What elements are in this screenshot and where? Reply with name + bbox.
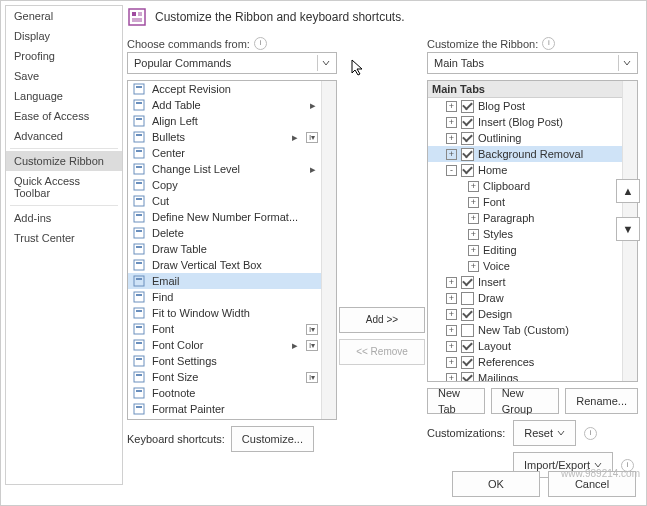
tree-node[interactable]: +Paragraph — [428, 210, 623, 226]
command-item[interactable]: Grow Font — [128, 417, 322, 419]
sidebar-item-save[interactable]: Save — [6, 66, 122, 86]
tree-node[interactable]: +Draw — [428, 290, 623, 306]
command-item[interactable]: Bullets▸I▾ — [128, 129, 322, 145]
customize-ribbon-dropdown[interactable]: Main Tabs — [427, 52, 638, 74]
command-item[interactable]: Copy — [128, 177, 322, 193]
checkbox[interactable] — [461, 324, 474, 337]
tree-node[interactable]: +Outlining — [428, 130, 623, 146]
tree-node[interactable]: +Styles — [428, 226, 623, 242]
help-icon[interactable]: i — [621, 459, 634, 472]
command-item[interactable]: Define New Number Format... — [128, 209, 322, 225]
new-tab-button[interactable]: New Tab — [427, 388, 485, 414]
checkbox[interactable] — [461, 116, 474, 129]
ribbon-tree[interactable]: Main Tabs +Blog Post+Insert (Blog Post)+… — [427, 80, 638, 382]
sidebar-item-proofing[interactable]: Proofing — [6, 46, 122, 66]
tree-node[interactable]: +Layout — [428, 338, 623, 354]
command-item[interactable]: FontI▾ — [128, 321, 322, 337]
sidebar-item-add-ins[interactable]: Add-ins — [6, 208, 122, 228]
tree-node[interactable]: +Font — [428, 194, 623, 210]
command-item[interactable]: Align Left — [128, 113, 322, 129]
expand-icon[interactable]: + — [468, 229, 479, 240]
command-item[interactable]: Delete — [128, 225, 322, 241]
expand-icon[interactable]: + — [446, 373, 457, 382]
command-item[interactable]: Fit to Window Width — [128, 305, 322, 321]
sidebar-item-general[interactable]: General — [6, 6, 122, 26]
rename-button[interactable]: Rename... — [565, 388, 638, 414]
command-item[interactable]: Email — [128, 273, 322, 289]
expand-icon[interactable]: + — [446, 101, 457, 112]
command-item[interactable]: Font Color▸I▾ — [128, 337, 322, 353]
checkbox[interactable] — [461, 372, 474, 382]
command-item[interactable]: Draw Table — [128, 241, 322, 257]
new-group-button[interactable]: New Group — [491, 388, 560, 414]
checkbox[interactable] — [461, 292, 474, 305]
sidebar-item-trust-center[interactable]: Trust Center — [6, 228, 122, 248]
expand-icon[interactable]: + — [446, 133, 457, 144]
expand-icon[interactable]: + — [468, 213, 479, 224]
tree-node[interactable]: +Clipboard — [428, 178, 623, 194]
checkbox[interactable] — [461, 276, 474, 289]
command-item[interactable]: Footnote — [128, 385, 322, 401]
help-icon[interactable]: i — [254, 37, 267, 50]
sidebar-item-ease-of-access[interactable]: Ease of Access — [6, 106, 122, 126]
expand-icon[interactable]: + — [446, 325, 457, 336]
command-item[interactable]: Add Table▸ — [128, 97, 322, 113]
tree-node[interactable]: +Mailings — [428, 370, 623, 381]
tree-node[interactable]: +Blog Post — [428, 98, 623, 114]
reset-button[interactable]: Reset — [513, 420, 576, 446]
commands-listbox[interactable]: Accept RevisionAdd Table▸Align LeftBulle… — [127, 80, 337, 420]
customize-keyboard-button[interactable]: Customize... — [231, 426, 314, 452]
command-item[interactable]: Cut — [128, 193, 322, 209]
expand-icon[interactable]: + — [446, 309, 457, 320]
expand-icon[interactable]: + — [468, 261, 479, 272]
sidebar-item-quick-access-toolbar[interactable]: Quick Access Toolbar — [6, 171, 122, 203]
sidebar-item-advanced[interactable]: Advanced — [6, 126, 122, 146]
checkbox[interactable] — [461, 132, 474, 145]
expand-icon[interactable]: + — [446, 357, 457, 368]
checkbox[interactable] — [461, 148, 474, 161]
move-down-button[interactable]: ▼ — [616, 217, 640, 241]
sidebar-item-customize-ribbon[interactable]: Customize Ribbon — [6, 151, 122, 171]
tree-node[interactable]: +Design — [428, 306, 623, 322]
tree-node[interactable]: +New Tab (Custom) — [428, 322, 623, 338]
checkbox[interactable] — [461, 356, 474, 369]
expand-icon[interactable]: + — [468, 181, 479, 192]
tree-node[interactable]: +Insert — [428, 274, 623, 290]
expand-icon[interactable]: + — [446, 117, 457, 128]
checkbox[interactable] — [461, 164, 474, 177]
add-button[interactable]: Add >> — [339, 307, 425, 333]
choose-commands-dropdown[interactable]: Popular Commands — [127, 52, 337, 74]
tree-node[interactable]: +Editing — [428, 242, 623, 258]
tree-node[interactable]: +Background Removal — [428, 146, 623, 162]
command-item[interactable]: Accept Revision — [128, 81, 322, 97]
scrollbar[interactable] — [321, 81, 336, 419]
expand-icon[interactable]: - — [446, 165, 457, 176]
ok-button[interactable]: OK — [452, 471, 540, 497]
expand-icon[interactable]: + — [446, 277, 457, 288]
command-item[interactable]: Font SizeI▾ — [128, 369, 322, 385]
tree-node[interactable]: -Home — [428, 162, 623, 178]
expand-icon[interactable]: + — [446, 149, 457, 160]
move-up-button[interactable]: ▲ — [616, 179, 640, 203]
expand-icon[interactable]: + — [446, 341, 457, 352]
tree-node[interactable]: +Voice — [428, 258, 623, 274]
command-item[interactable]: Font Settings — [128, 353, 322, 369]
command-item[interactable]: Draw Vertical Text Box — [128, 257, 322, 273]
command-item[interactable]: Center — [128, 145, 322, 161]
tree-node[interactable]: +Insert (Blog Post) — [428, 114, 623, 130]
command-item[interactable]: Find — [128, 289, 322, 305]
checkbox[interactable] — [461, 308, 474, 321]
command-item[interactable]: Change List Level▸ — [128, 161, 322, 177]
sidebar-item-display[interactable]: Display — [6, 26, 122, 46]
cancel-button[interactable]: Cancel — [548, 471, 636, 497]
expand-icon[interactable]: + — [468, 245, 479, 256]
help-icon[interactable]: i — [584, 427, 597, 440]
tree-node[interactable]: +References — [428, 354, 623, 370]
help-icon[interactable]: i — [542, 37, 555, 50]
checkbox[interactable] — [461, 340, 474, 353]
sidebar-item-language[interactable]: Language — [6, 86, 122, 106]
checkbox[interactable] — [461, 100, 474, 113]
expand-icon[interactable]: + — [446, 293, 457, 304]
command-item[interactable]: Format Painter — [128, 401, 322, 417]
expand-icon[interactable]: + — [468, 197, 479, 208]
